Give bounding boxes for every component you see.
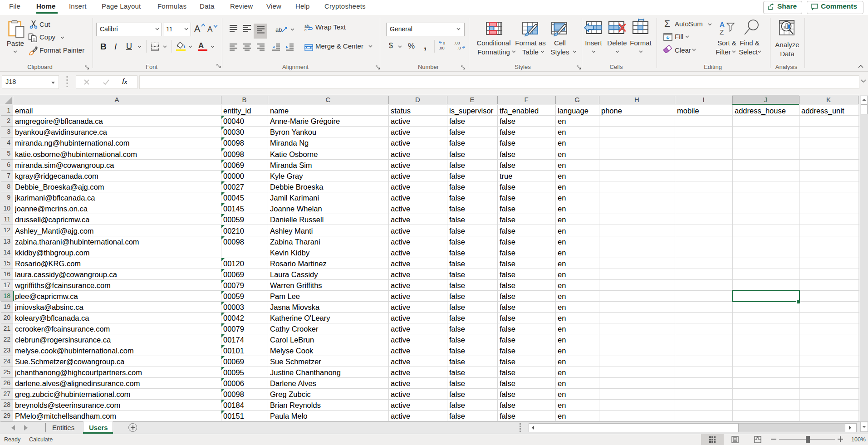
svg-text:.00: .00 [439, 46, 445, 50]
svg-text:.0: .0 [457, 46, 461, 50]
svg-text:.00: .00 [454, 41, 460, 45]
svg-text:c: c [304, 28, 307, 31]
svg-text:A: A [720, 20, 725, 28]
svg-text:0: 0 [443, 41, 445, 45]
svg-text:ab: ab [275, 26, 282, 33]
svg-text:Z: Z [720, 28, 724, 36]
